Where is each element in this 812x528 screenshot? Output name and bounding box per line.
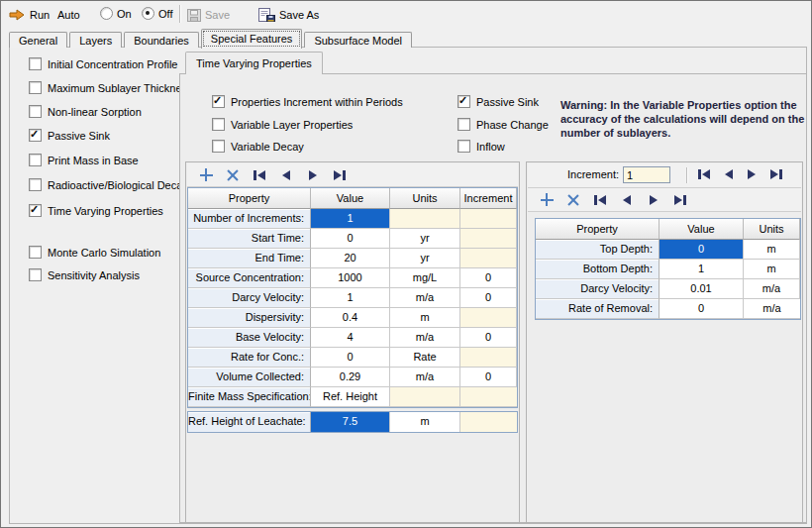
increment-cell[interactable] bbox=[460, 229, 517, 249]
checkbox-icon bbox=[212, 95, 225, 108]
increment-cell[interactable] bbox=[460, 412, 517, 432]
prev-record-button[interactable] bbox=[620, 193, 634, 207]
sidebar-item-non-linear-sorption[interactable]: Non-linear Sorption bbox=[29, 105, 142, 118]
increment-cell[interactable]: 0 bbox=[460, 368, 517, 387]
increment-cell[interactable]: 0 bbox=[460, 328, 517, 348]
sidebar-item-print-mass-in-base[interactable]: Print Mass in Base bbox=[29, 154, 139, 166]
value-cell[interactable]: 7.5 bbox=[311, 412, 390, 432]
increment-input[interactable] bbox=[623, 166, 670, 183]
units-cell[interactable] bbox=[390, 209, 460, 229]
units-cell[interactable]: Rate bbox=[390, 348, 460, 368]
column-header: Value bbox=[311, 188, 390, 209]
add-row-button[interactable] bbox=[540, 193, 554, 207]
units-cell[interactable]: m bbox=[744, 260, 800, 279]
checkbox-label: Maximum Sublayer Thickness bbox=[48, 82, 193, 94]
last-record-button[interactable] bbox=[673, 193, 687, 207]
sidebar-item-time-varying-properties[interactable]: Time Varying Properties bbox=[29, 204, 163, 217]
value-cell[interactable]: 4 bbox=[311, 328, 390, 348]
tab-time-varying-properties[interactable]: Time Varying Properties bbox=[185, 52, 323, 74]
value-cell[interactable]: 0 bbox=[660, 299, 744, 319]
units-cell[interactable]: m bbox=[390, 308, 460, 328]
increment-cell[interactable] bbox=[460, 387, 517, 407]
next-record-icon bbox=[748, 169, 756, 179]
increment-first-button[interactable] bbox=[698, 169, 710, 179]
property-cell: Darcy Velocity: bbox=[188, 288, 311, 308]
increment-cell[interactable] bbox=[460, 249, 517, 268]
units-cell[interactable]: yr bbox=[390, 229, 460, 249]
value-cell[interactable]: 0 bbox=[311, 348, 390, 368]
prev-record-icon bbox=[282, 170, 290, 180]
radio-off[interactable]: Off bbox=[142, 7, 172, 20]
value-cell[interactable]: 1000 bbox=[311, 268, 390, 288]
option-variable-decay[interactable]: Variable Decay bbox=[212, 140, 304, 153]
value-cell[interactable]: 1 bbox=[660, 260, 744, 279]
sidebar-item-monte-carlo-simulation[interactable]: Monte Carlo Simulation bbox=[29, 246, 160, 259]
option-properties-increment-within-periods[interactable]: Properties Increment within Periods bbox=[212, 95, 403, 108]
units-cell[interactable]: m/a bbox=[744, 279, 800, 299]
units-cell[interactable]: m/a bbox=[390, 368, 460, 387]
first-record-button[interactable] bbox=[253, 168, 266, 182]
checkbox-icon bbox=[29, 268, 42, 281]
option-passive-sink[interactable]: Passive Sink bbox=[457, 95, 539, 108]
units-cell[interactable]: m bbox=[390, 412, 460, 432]
checkbox-label: Phase Change bbox=[476, 119, 549, 131]
checkbox-label: Time Varying Properties bbox=[48, 205, 163, 217]
delete-row-button[interactable] bbox=[566, 193, 580, 207]
option-inflow[interactable]: Inflow bbox=[457, 140, 505, 153]
value-cell[interactable]: 1 bbox=[311, 288, 390, 308]
option-variable-layer-properties[interactable]: Variable Layer Properties bbox=[212, 118, 353, 131]
save-label: Save bbox=[205, 9, 230, 21]
sidebar-item-initial-concentration-profile[interactable]: Initial Concentration Profile bbox=[29, 57, 177, 70]
delete-row-button[interactable] bbox=[226, 168, 240, 182]
next-record-button[interactable] bbox=[647, 193, 660, 207]
units-cell[interactable]: yr bbox=[390, 249, 460, 268]
save-as-button[interactable]: Save As bbox=[258, 6, 319, 24]
property-cell: Dispersivity: bbox=[188, 308, 311, 328]
radio-on[interactable]: On bbox=[100, 7, 132, 20]
value-cell[interactable]: 0 bbox=[311, 229, 390, 249]
increment-cell[interactable] bbox=[460, 308, 517, 328]
last-record-button[interactable] bbox=[333, 168, 347, 182]
value-cell[interactable]: 0 bbox=[660, 240, 744, 260]
tab-special-features[interactable]: Special Features bbox=[201, 29, 303, 49]
property-cell: Darcy Velocity: bbox=[536, 279, 660, 299]
add-row-button[interactable] bbox=[199, 168, 213, 182]
increment-cell[interactable] bbox=[460, 348, 517, 368]
value-cell[interactable]: 0.29 bbox=[311, 368, 390, 387]
units-cell[interactable]: mg/L bbox=[390, 268, 460, 288]
run-button[interactable]: Run bbox=[9, 6, 50, 24]
value-cell[interactable]: 1 bbox=[311, 209, 390, 229]
tab-layers[interactable]: Layers bbox=[69, 32, 122, 48]
value-cell[interactable]: 0.4 bbox=[311, 308, 390, 328]
value-cell[interactable]: 0.01 bbox=[660, 279, 744, 299]
save-icon bbox=[187, 9, 201, 22]
units-cell[interactable]: m/a bbox=[390, 328, 460, 348]
increment-cell[interactable]: 0 bbox=[460, 268, 517, 288]
units-cell[interactable]: m/a bbox=[744, 299, 800, 319]
tab-boundaries[interactable]: Boundaries bbox=[124, 32, 199, 48]
units-cell[interactable]: m bbox=[744, 240, 800, 260]
tab-general[interactable]: General bbox=[9, 32, 67, 48]
increment-row: Increment: bbox=[528, 163, 801, 188]
increment-prev-button[interactable] bbox=[725, 169, 733, 179]
sidebar-item-sensitivity-analysis[interactable]: Sensitivity Analysis bbox=[29, 268, 140, 281]
increment-last-button[interactable] bbox=[770, 169, 782, 179]
value-cell[interactable]: Ref. Height bbox=[311, 387, 390, 407]
tab-subsurface-model[interactable]: Subsurface Model bbox=[304, 32, 412, 48]
increment-cell[interactable]: 0 bbox=[460, 288, 517, 308]
prev-record-button[interactable] bbox=[279, 168, 293, 182]
units-cell[interactable] bbox=[390, 387, 460, 407]
sidebar-item-radioactive-biological-decay[interactable]: Radioactive/Biological Decay bbox=[29, 178, 188, 191]
next-record-button[interactable] bbox=[306, 168, 320, 182]
increment-cell[interactable] bbox=[460, 209, 517, 229]
first-record-button[interactable] bbox=[593, 193, 607, 207]
save-button: Save bbox=[187, 6, 230, 24]
sidebar-item-passive-sink[interactable]: Passive Sink bbox=[29, 129, 110, 142]
sidebar-item-maximum-sublayer-thickness[interactable]: Maximum Sublayer Thickness bbox=[29, 81, 193, 94]
value-cell[interactable]: 20 bbox=[311, 249, 390, 268]
option-phase-change[interactable]: Phase Change bbox=[457, 118, 549, 131]
units-cell[interactable]: m/a bbox=[390, 288, 460, 308]
main-tabstrip: General Layers Boundaries Special Featur… bbox=[9, 29, 414, 48]
checkbox-icon bbox=[212, 118, 225, 131]
increment-next-button[interactable] bbox=[748, 169, 756, 179]
